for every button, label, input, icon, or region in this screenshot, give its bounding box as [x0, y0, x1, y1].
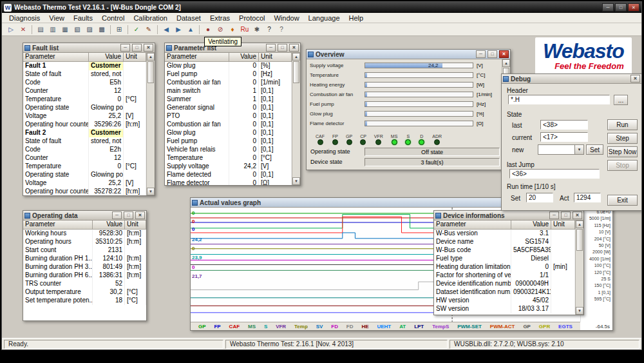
table-row[interactable]: Start count2131 [23, 246, 146, 255]
table-row[interactable]: Temperature0[°C] [23, 95, 146, 104]
run-button[interactable]: Run [607, 119, 638, 130]
table-row[interactable]: Dataset identification num...09003214K11 [434, 288, 575, 297]
menu-diagnosis[interactable]: Diagnosis [5, 14, 44, 23]
close-button[interactable]: ✕ [135, 211, 145, 219]
table-row[interactable]: Flame detector0[Ω] [165, 179, 292, 185]
table-row[interactable]: Operating hour counter35296:26[h:m] [23, 121, 146, 129]
column-header-unit[interactable]: Unit [551, 221, 575, 230]
legend-item[interactable]: S [264, 324, 267, 329]
table-row[interactable]: Flame detected0[0,1] [165, 171, 292, 179]
table-row[interactable]: Fuel typeDiesel [434, 255, 575, 263]
table-row[interactable]: Combustion air fan0[0,1] [165, 121, 292, 129]
table-row[interactable]: Generator signal0[0,1] [165, 104, 292, 112]
table-row[interactable]: Glow plug0[0,1] [165, 129, 292, 137]
window-titlebar[interactable]: Debug ✕ [502, 74, 641, 84]
table-row[interactable]: Output temperature30,2[°C] [23, 288, 146, 297]
app-close-button[interactable]: ✕ [628, 3, 639, 12]
legend-item[interactable]: FP [214, 324, 220, 329]
menu-language[interactable]: Language [304, 14, 345, 23]
record-icon[interactable]: ● [202, 24, 214, 35]
table-row[interactable]: Operating stateGlowing po... [23, 171, 146, 179]
table-row[interactable]: Burning duration PH 3...801:49[h:m] [23, 263, 146, 271]
scroll-up-icon[interactable]: ▲ [502, 59, 510, 67]
table-row[interactable]: Counter12 [23, 87, 146, 95]
context-help-icon[interactable]: ? [276, 24, 287, 35]
window-graph-icon[interactable]: ▩ [96, 24, 108, 35]
table-row[interactable]: Heating duration limitation0[min] [434, 263, 575, 271]
table-row[interactable]: Combustion air fan0[1/min] [165, 79, 292, 87]
table-row[interactable]: Device identification numb...09000049H [434, 280, 575, 288]
scroll-down-icon[interactable]: ▼ [292, 177, 300, 185]
menu-dataset[interactable]: Dataset [172, 14, 205, 23]
table-row[interactable]: Temperature0[°C] [165, 154, 292, 162]
chevron-down-icon[interactable]: ▼ [574, 145, 583, 154]
column-header-parameter[interactable]: Parameter [434, 221, 511, 230]
legend-item[interactable]: Temp [294, 324, 308, 329]
scroll-thumb[interactable] [576, 229, 583, 251]
scroll-down-icon[interactable]: ▼ [147, 188, 155, 195]
forward-icon[interactable]: ▶ [173, 24, 184, 35]
table-row[interactable]: W-Bus version3.1 [434, 230, 575, 238]
legend-item[interactable]: PWM-ACT [490, 324, 515, 329]
run-text-icon[interactable]: Ru [239, 24, 251, 35]
cancel-icon[interactable]: ✕ [17, 24, 29, 35]
legend-item[interactable]: TempS [432, 324, 449, 329]
table-row[interactable]: Voltage25,2[V] [23, 112, 146, 121]
column-header-parameter[interactable]: Parameter [165, 53, 229, 62]
app-maximize-button[interactable]: □ [615, 3, 627, 12]
table-row[interactable]: Fuel pump0[0,1] [165, 137, 292, 146]
legend-item[interactable]: GP [523, 324, 531, 329]
table-row[interactable]: Voltage25,2[V] [23, 179, 146, 188]
minimize-button[interactable]: ─ [120, 44, 130, 52]
maximize-button[interactable]: □ [124, 211, 133, 219]
app-minimize-button[interactable]: ─ [602, 3, 614, 12]
close-button[interactable]: ✕ [144, 44, 153, 52]
back-icon[interactable]: ◀ [160, 24, 172, 35]
table-row[interactable]: Operating hour counter35278:22[h:m] [23, 188, 146, 195]
legend-item[interactable]: FD [346, 324, 354, 329]
minimize-button[interactable]: ─ [549, 211, 559, 219]
menu-view[interactable]: View [44, 14, 69, 23]
legend-item[interactable]: UEHT [377, 324, 391, 329]
table-row[interactable]: TRS counter52 [23, 280, 146, 288]
debug-runtime-set-input[interactable]: 20 [526, 193, 553, 202]
minimize-button[interactable]: ─ [266, 44, 276, 52]
legend-item[interactable]: CAF [229, 324, 240, 329]
minimize-button[interactable]: ─ [112, 211, 122, 219]
run-icon[interactable]: ▷ [5, 24, 17, 35]
menu-faults[interactable]: Faults [69, 14, 97, 23]
column-header-value[interactable]: Value [89, 53, 124, 62]
stop-icon[interactable]: ⊘ [214, 24, 226, 35]
table-row[interactable]: Temperature0[°C] [23, 162, 146, 171]
menu-protocol[interactable]: Protocol [234, 14, 269, 23]
table-row[interactable]: Working hours9528:30[h:m] [23, 230, 146, 238]
table-row[interactable]: State of faultstored, not a... [23, 137, 146, 146]
table-row[interactable]: Operating stateGlowing po... [23, 104, 146, 112]
table-row[interactable]: HW version45/02 [434, 297, 575, 305]
column-header-value[interactable]: Value [511, 221, 551, 230]
scroll-down-icon[interactable]: ▼ [576, 307, 583, 315]
scroll-thumb[interactable] [293, 61, 299, 83]
stop-button[interactable]: Stop [607, 160, 638, 171]
maximize-button[interactable]: □ [278, 44, 287, 52]
debug-header-input[interactable]: *.H [508, 95, 610, 104]
column-header-parameter[interactable]: Parameter [23, 221, 93, 230]
flame-icon[interactable]: ♦ [227, 24, 238, 35]
table-row[interactable]: Burning duration PH 1...124:10[h:m] [23, 255, 146, 263]
table-row[interactable]: Vehicle fan relais0[0,1] [165, 146, 292, 154]
table-row[interactable]: Fault 1Customer s... [23, 62, 146, 70]
table-row[interactable]: Fault 2Customer s... [23, 129, 146, 137]
close-button[interactable]: ✕ [289, 44, 299, 52]
table-row[interactable]: Summer1[0,1] [165, 95, 292, 104]
table-row[interactable]: State of faultstored, not a... [23, 70, 146, 79]
antenna-icon[interactable]: ✱ [251, 24, 263, 35]
scroll-up-icon[interactable]: ▲ [292, 53, 300, 61]
window-titlebar[interactable]: Operating data ─ □ ✕ [23, 211, 146, 221]
check-icon[interactable]: ✓ [131, 24, 142, 35]
legend-item[interactable]: FD [331, 324, 338, 329]
table-row[interactable]: Counter12 [23, 154, 146, 162]
window-titlebar[interactable]: Overview ─ □ ✕ [307, 50, 510, 59]
new-state-combobox[interactable]: ▼ [538, 144, 584, 155]
up-icon[interactable]: ▲ [185, 24, 196, 35]
set-button[interactable]: Set [586, 144, 603, 155]
